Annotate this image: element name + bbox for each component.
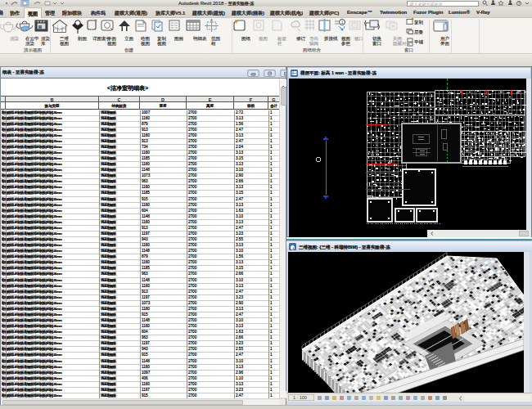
- svg-text:1: 1: [341, 20, 344, 25]
- svg-text:?: ?: [518, 1, 521, 6]
